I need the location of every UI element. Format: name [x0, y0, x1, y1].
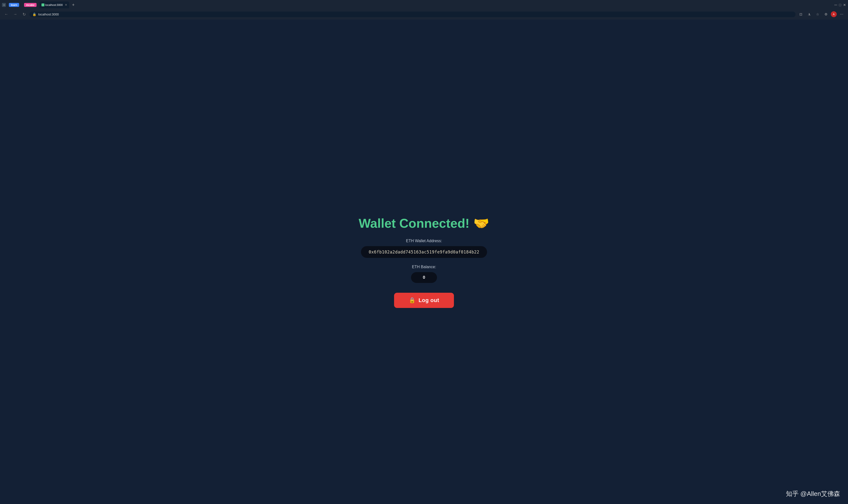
- lock-icon: 🔒: [32, 13, 36, 16]
- forward-button[interactable]: →: [12, 11, 19, 18]
- extensions-icon[interactable]: ⚙: [823, 11, 829, 18]
- wallet-connected-title: Wallet Connected! 🤝: [359, 216, 489, 231]
- back-button[interactable]: ←: [3, 11, 10, 18]
- tab-learn[interactable]: learn: [7, 1, 21, 8]
- browser-chrome: ⊕ learn mcake localhost:3000 ✕ + ─ □ ✕ ←…: [0, 0, 848, 20]
- tab-learn-label: learn: [9, 3, 19, 7]
- eth-address-display: 0x6fb102a2dadd745163ac519fe9fa9d0af0184b…: [361, 246, 487, 258]
- active-tab-label: localhost:3000: [46, 3, 63, 6]
- close-tab-icon[interactable]: ✕: [65, 3, 67, 7]
- refresh-button[interactable]: ↻: [21, 11, 28, 18]
- tab-mcake-label: mcake: [24, 3, 36, 7]
- tab-active[interactable]: localhost:3000 ✕: [39, 1, 69, 8]
- eth-balance-label: ETH Balance:: [412, 265, 436, 269]
- profile-icon[interactable]: A: [831, 11, 837, 17]
- address-bar: 🔒: [30, 12, 795, 17]
- minimize-button[interactable]: ─: [834, 3, 837, 7]
- wallet-connected-text: Wallet Connected!: [359, 216, 470, 231]
- new-tab-button[interactable]: +: [70, 1, 77, 8]
- main-content: Wallet Connected! 🤝 ETH Wallet Address: …: [0, 20, 848, 504]
- bookmark-icon[interactable]: ☆: [814, 11, 821, 18]
- logout-button[interactable]: 🔒 Log out: [394, 293, 454, 308]
- eth-balance-display: 0: [411, 272, 437, 283]
- url-input[interactable]: [38, 13, 793, 16]
- new-tab-favicon: ⊕: [2, 3, 6, 7]
- window-controls: ─ □ ✕: [834, 3, 846, 7]
- logout-lock-emoji: 🔒: [409, 297, 416, 304]
- cast-icon[interactable]: ⊡: [797, 11, 804, 18]
- handshake-emoji: 🤝: [473, 216, 489, 231]
- close-window-button[interactable]: ✕: [843, 3, 846, 7]
- tab-mcake[interactable]: mcake: [22, 1, 38, 8]
- font-size-icon[interactable]: 𝐀: [806, 11, 813, 18]
- logout-label: Log out: [419, 297, 439, 304]
- toolbar-icons: ⊡ 𝐀 ☆ ⚙ A ⋯: [797, 11, 845, 18]
- watermark: 知乎 @Allen艾佛森: [786, 489, 840, 498]
- menu-button[interactable]: ⋯: [838, 11, 845, 18]
- toolbar: ← → ↻ 🔒 ⊡ 𝐀 ☆ ⚙ A ⋯: [0, 9, 848, 20]
- active-tab-favicon: [41, 3, 44, 6]
- tab-bar: ⊕ learn mcake localhost:3000 ✕ + ─ □ ✕: [0, 0, 848, 9]
- maximize-button[interactable]: □: [839, 3, 841, 7]
- eth-address-label: ETH Wallet Address:: [406, 239, 442, 243]
